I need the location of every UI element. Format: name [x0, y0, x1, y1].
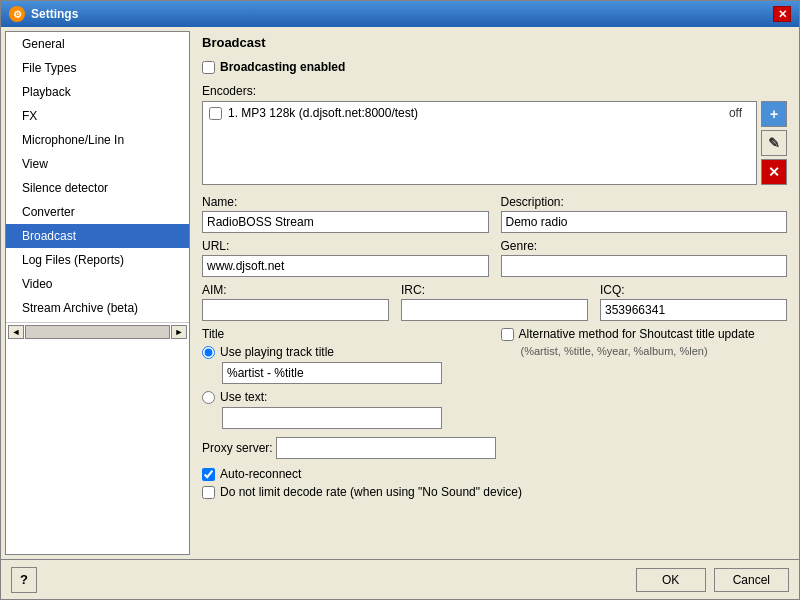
use-text-label: Use text: — [220, 390, 267, 404]
sidebar-item-video[interactable]: Video — [6, 272, 189, 296]
alt-method-section: Alternative method for Shoutcast title u… — [501, 327, 788, 357]
auto-reconnect-label: Auto-reconnect — [220, 467, 301, 481]
scroll-track[interactable] — [25, 325, 170, 339]
encoders-section: Encoders: 1. MP3 128k (d.djsoft.net:8000… — [202, 84, 787, 185]
name-group: Name: — [202, 195, 489, 233]
broadcasting-enabled-row: Broadcasting enabled — [202, 60, 787, 74]
encoders-list: 1. MP3 128k (d.djsoft.net:8000/test) off — [202, 101, 757, 185]
aim-input[interactable] — [202, 299, 389, 321]
description-input[interactable] — [501, 211, 788, 233]
sidebar-item-streamarchive[interactable]: Stream Archive (beta) — [6, 296, 189, 320]
title-section: Title Use playing track title Use text: — [202, 327, 489, 429]
encoders-container: 1. MP3 128k (d.djsoft.net:8000/test) off… — [202, 101, 787, 185]
sidebar-item-converter[interactable]: Converter — [6, 200, 189, 224]
content-area: General File Types Playback FX Microphon… — [1, 27, 799, 559]
encoder-item: 1. MP3 128k (d.djsoft.net:8000/test) off — [205, 104, 754, 122]
auto-reconnect-row: Auto-reconnect — [202, 467, 787, 481]
sidebar-item-silence[interactable]: Silence detector — [6, 176, 189, 200]
titlebar: ⚙ Settings ✕ — [1, 1, 799, 27]
footer-right: OK Cancel — [636, 568, 789, 592]
titlebar-left: ⚙ Settings — [9, 6, 78, 22]
use-playing-row: Use playing track title — [202, 345, 489, 359]
genre-input[interactable] — [501, 255, 788, 277]
url-input[interactable] — [202, 255, 489, 277]
section-title: Broadcast — [202, 35, 787, 52]
format-hint: (%artist, %title, %year, %album, %len) — [521, 345, 788, 357]
sidebar: General File Types Playback FX Microphon… — [5, 31, 190, 555]
app-icon: ⚙ — [9, 6, 25, 22]
footer: ? OK Cancel — [1, 559, 799, 599]
edit-encoder-button[interactable]: ✎ — [761, 130, 787, 156]
name-description-row: Name: Description: — [202, 195, 787, 233]
settings-window: ⚙ Settings ✕ General File Types Playback… — [0, 0, 800, 600]
footer-left: ? — [11, 567, 37, 593]
irc-input[interactable] — [401, 299, 588, 321]
proxy-label: Proxy server: — [202, 441, 273, 455]
url-genre-row: URL: Genre: — [202, 239, 787, 277]
sidebar-item-logfiles[interactable]: Log Files (Reports) — [6, 248, 189, 272]
title-alt-row: Title Use playing track title Use text: — [202, 327, 787, 429]
auto-reconnect-checkbox[interactable] — [202, 468, 215, 481]
help-button[interactable]: ? — [11, 567, 37, 593]
sidebar-item-general[interactable]: General — [6, 32, 189, 56]
name-input[interactable] — [202, 211, 489, 233]
sidebar-item-playback[interactable]: Playback — [6, 80, 189, 104]
format-input[interactable] — [222, 362, 442, 384]
sidebar-item-view[interactable]: View — [6, 152, 189, 176]
window-title: Settings — [31, 7, 78, 21]
aim-label: AIM: — [202, 283, 389, 297]
remove-encoder-button[interactable]: ✕ — [761, 159, 787, 185]
encoder-status: off — [729, 106, 742, 120]
genre-group: Genre: — [501, 239, 788, 277]
icq-input[interactable] — [600, 299, 787, 321]
use-text-row: Use text: — [202, 390, 489, 404]
name-label: Name: — [202, 195, 489, 209]
use-playing-radio[interactable] — [202, 346, 215, 359]
format-row — [222, 362, 489, 384]
alt-method-row: Alternative method for Shoutcast title u… — [501, 327, 788, 341]
close-button[interactable]: ✕ — [773, 6, 791, 22]
alt-method-checkbox[interactable] — [501, 328, 514, 341]
sidebar-item-microphone[interactable]: Microphone/Line In — [6, 128, 189, 152]
description-label: Description: — [501, 195, 788, 209]
use-playing-label: Use playing track title — [220, 345, 334, 359]
main-panel: Broadcast Broadcasting enabled Encoders:… — [190, 27, 799, 559]
scroll-left-btn[interactable]: ◄ — [8, 325, 24, 339]
url-group: URL: — [202, 239, 489, 277]
description-group: Description: — [501, 195, 788, 233]
alt-method-label: Alternative method for Shoutcast title u… — [519, 327, 755, 341]
title-label: Title — [202, 327, 489, 341]
cancel-button[interactable]: Cancel — [714, 568, 789, 592]
radio-group: Use playing track title Use text: — [202, 345, 489, 429]
broadcasting-enabled-label: Broadcasting enabled — [220, 60, 345, 74]
icq-label: ICQ: — [600, 283, 787, 297]
url-label: URL: — [202, 239, 489, 253]
encoder-checkbox[interactable] — [209, 107, 222, 120]
proxy-section: Proxy server: — [202, 437, 787, 459]
bottom-checks: Auto-reconnect Do not limit decode rate … — [202, 467, 787, 499]
proxy-input[interactable] — [276, 437, 496, 459]
aim-irc-icq-row: AIM: IRC: ICQ: — [202, 283, 787, 321]
encoders-label: Encoders: — [202, 84, 787, 98]
sidebar-scrollbar: ◄ ► — [6, 322, 189, 341]
encoders-buttons: + ✎ ✕ — [761, 101, 787, 185]
ok-button[interactable]: OK — [636, 568, 706, 592]
no-limit-row: Do not limit decode rate (when using "No… — [202, 485, 787, 499]
use-text-input[interactable] — [222, 407, 442, 429]
icq-group: ICQ: — [600, 283, 787, 321]
sidebar-item-broadcast[interactable]: Broadcast — [6, 224, 189, 248]
aim-group: AIM: — [202, 283, 389, 321]
genre-label: Genre: — [501, 239, 788, 253]
no-limit-checkbox[interactable] — [202, 486, 215, 499]
use-text-radio[interactable] — [202, 391, 215, 404]
sidebar-item-fx[interactable]: FX — [6, 104, 189, 128]
add-encoder-button[interactable]: + — [761, 101, 787, 127]
irc-group: IRC: — [401, 283, 588, 321]
use-text-input-row — [222, 407, 489, 429]
no-limit-label: Do not limit decode rate (when using "No… — [220, 485, 522, 499]
encoder-text: 1. MP3 128k (d.djsoft.net:8000/test) — [228, 106, 723, 120]
irc-label: IRC: — [401, 283, 588, 297]
sidebar-item-filetypes[interactable]: File Types — [6, 56, 189, 80]
broadcasting-enabled-checkbox[interactable] — [202, 61, 215, 74]
scroll-right-btn[interactable]: ► — [171, 325, 187, 339]
